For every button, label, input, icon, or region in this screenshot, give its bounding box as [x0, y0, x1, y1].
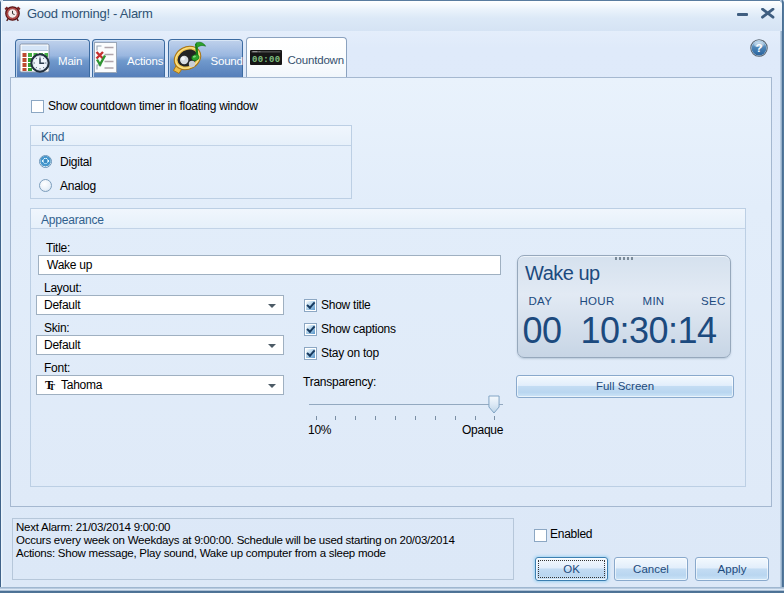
- svg-text:?: ?: [755, 42, 762, 54]
- svg-text:00:00: 00:00: [252, 55, 281, 65]
- svg-text:T: T: [49, 382, 55, 391]
